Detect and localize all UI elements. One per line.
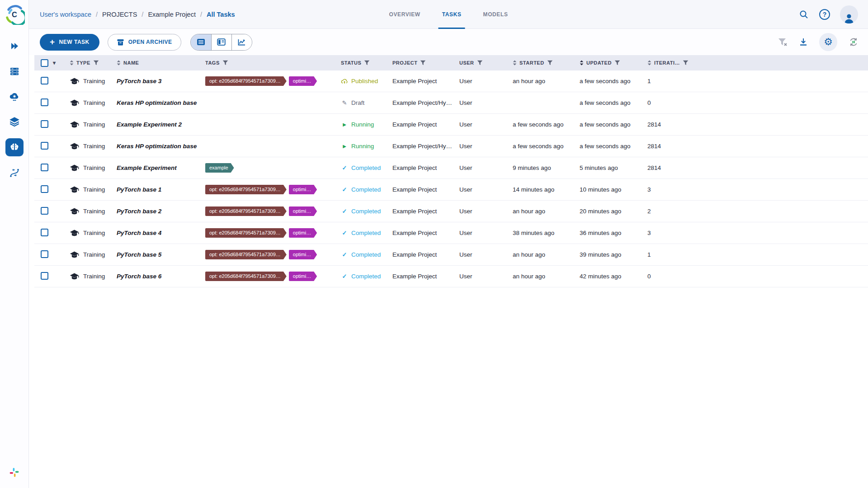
task-name[interactable]: PyTorch base 4 — [117, 230, 205, 236]
table-row[interactable]: Training PyTorch base 2 opt: e205d684f79… — [34, 201, 868, 222]
tag-chip[interactable]: optimi… — [289, 228, 317, 238]
started-cell: 9 minutes ago — [513, 164, 580, 171]
breadcrumb-item[interactable]: Example Project — [148, 11, 196, 18]
row-checkbox[interactable] — [41, 272, 48, 280]
tag-chip[interactable]: optimi… — [289, 206, 317, 216]
column-header-tags[interactable]: TAGS — [205, 60, 341, 66]
column-header-user[interactable]: USER — [459, 60, 513, 66]
tag-chip[interactable]: opt: e205d684f7954571a7309… — [205, 206, 287, 216]
status-cell: ✓ Completed — [341, 164, 392, 171]
sort-icon[interactable] — [647, 60, 651, 66]
filter-icon[interactable] — [477, 60, 483, 66]
tag-chip[interactable]: optimi… — [289, 250, 317, 259]
column-header-name[interactable]: NAME — [117, 60, 205, 66]
task-name[interactable]: Keras HP optimization base — [117, 143, 205, 150]
table-row[interactable]: Training Example Experiment 2 ▶ Running … — [34, 114, 868, 136]
select-all-checkbox[interactable] — [41, 59, 48, 67]
table-row[interactable]: Training Example Experiment example ✓ Co… — [34, 157, 868, 179]
auto-refresh-icon[interactable] — [848, 37, 859, 47]
table-row[interactable]: Training PyTorch base 1 opt: e205d684f79… — [34, 179, 868, 201]
workers-queues-icon[interactable] — [5, 62, 24, 80]
tag-chip[interactable]: example — [205, 163, 234, 173]
search-icon[interactable] — [798, 9, 809, 20]
filter-icon[interactable] — [93, 60, 99, 66]
task-name[interactable]: PyTorch base 5 — [117, 251, 205, 258]
tag-chip[interactable]: opt: e205d684f7954571a7309… — [205, 228, 287, 238]
filter-icon[interactable] — [420, 60, 426, 66]
tag-chip[interactable]: opt: e205d684f7954571a7309… — [205, 76, 287, 86]
breadcrumb-item[interactable]: PROJECTS — [102, 11, 137, 18]
datasets-layers-icon[interactable] — [5, 113, 24, 131]
cloud-autoscalers-icon[interactable] — [5, 88, 24, 106]
column-header-updated[interactable]: UPDATED — [580, 60, 647, 66]
new-task-button[interactable]: + NEW TASK — [40, 34, 99, 51]
clear-filters-icon[interactable] — [778, 38, 788, 47]
type-cell: Training — [70, 99, 117, 107]
task-name[interactable]: PyTorch base 3 — [117, 78, 205, 84]
filter-icon[interactable] — [547, 60, 553, 66]
table-row[interactable]: Training Keras HP optimization base ✎ Dr… — [34, 92, 868, 114]
row-checkbox[interactable] — [41, 77, 48, 84]
row-checkbox[interactable] — [41, 99, 48, 106]
task-name[interactable]: PyTorch base 2 — [117, 208, 205, 215]
row-checkbox[interactable] — [41, 164, 48, 171]
task-name[interactable]: PyTorch base 6 — [117, 273, 205, 280]
tag-chip[interactable]: opt: e205d684f7954571a7309… — [205, 272, 287, 281]
table-row[interactable]: Training PyTorch base 4 opt: e205d684f79… — [34, 222, 868, 244]
tag-chip[interactable]: optimi… — [289, 272, 317, 281]
select-dropdown-caret[interactable]: ▾ — [53, 60, 56, 66]
row-checkbox[interactable] — [41, 229, 48, 236]
tag-chip[interactable]: optimi… — [289, 76, 317, 86]
table-header: ▾ TYPE NAME TAGS STATUS PROJECT USER STA… — [34, 55, 868, 70]
download-icon[interactable] — [798, 37, 808, 47]
row-checkbox[interactable] — [41, 207, 48, 215]
compare-view-toggle[interactable] — [231, 34, 252, 50]
filter-icon[interactable] — [364, 60, 370, 66]
slack-icon[interactable] — [9, 467, 20, 478]
task-name[interactable]: Example Experiment — [117, 164, 205, 171]
filter-icon[interactable] — [222, 60, 228, 66]
column-header-type[interactable]: TYPE — [70, 60, 117, 66]
sort-icon[interactable] — [513, 60, 517, 66]
sort-icon[interactable] — [70, 60, 74, 66]
user-cell: User — [459, 121, 513, 128]
table-view-toggle[interactable] — [191, 34, 211, 50]
task-name[interactable]: Keras HP optimization base — [117, 99, 205, 106]
column-header-iteration[interactable]: ITERATI… — [647, 60, 868, 66]
row-checkbox[interactable] — [41, 120, 48, 128]
table-row[interactable]: Training PyTorch base 3 opt: e205d684f79… — [34, 70, 868, 92]
filter-icon[interactable] — [614, 60, 620, 66]
pipelines-icon[interactable] — [5, 164, 24, 182]
task-name[interactable]: PyTorch base 1 — [117, 186, 205, 193]
tab-overview[interactable]: OVERVIEW — [389, 0, 420, 29]
sort-icon[interactable] — [117, 60, 121, 66]
projects-brain-icon[interactable] — [5, 138, 24, 156]
tag-chip[interactable]: optimi… — [289, 185, 317, 194]
table-row[interactable]: Training PyTorch base 5 opt: e205d684f79… — [34, 244, 868, 266]
tag-chip[interactable]: opt: e205d684f7954571a7309… — [205, 185, 287, 194]
help-icon[interactable]: ? — [819, 9, 830, 20]
tags-cell: opt: e205d684f7954571a7309…optimi… — [205, 76, 341, 86]
sort-icon[interactable] — [580, 60, 584, 66]
table-row[interactable]: Training PyTorch base 6 opt: e205d684f79… — [34, 266, 868, 287]
details-view-toggle[interactable] — [211, 34, 231, 50]
row-checkbox[interactable] — [41, 142, 48, 150]
column-header-project[interactable]: PROJECT — [392, 60, 459, 66]
user-avatar[interactable] — [840, 5, 858, 23]
expand-sidebar-icon[interactable] — [5, 37, 24, 55]
row-checkbox[interactable] — [41, 250, 48, 258]
row-checkbox[interactable] — [41, 185, 48, 193]
filter-icon[interactable] — [683, 60, 689, 66]
table-row[interactable]: Training Keras HP optimization base ▶ Ru… — [34, 136, 868, 157]
settings-icon[interactable]: ⚙ — [819, 33, 837, 51]
row-select-cell — [34, 229, 70, 238]
breadcrumb-item[interactable]: User's workspace — [40, 11, 91, 18]
column-header-status[interactable]: STATUS — [341, 60, 392, 66]
open-archive-button[interactable]: OPEN ARCHIVE — [108, 34, 181, 51]
clearml-logo[interactable]: C — [0, 0, 29, 29]
task-name[interactable]: Example Experiment 2 — [117, 121, 205, 128]
tab-tasks[interactable]: TASKS — [442, 0, 462, 29]
tag-chip[interactable]: opt: e205d684f7954571a7309… — [205, 250, 287, 259]
tab-models[interactable]: MODELS — [483, 0, 508, 29]
column-header-started[interactable]: STARTED — [513, 60, 580, 66]
